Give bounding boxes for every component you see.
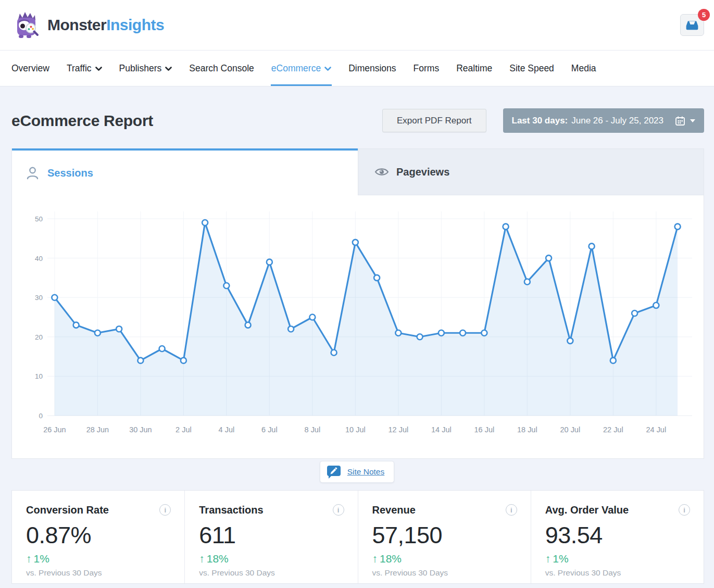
card-title: Avg. Order Value [545,504,629,516]
export-pdf-button[interactable]: Export PDF Report [382,109,486,132]
card-avg-order-value: Avg. Order Valuei 93.54 ↑1% vs. Previous… [531,491,704,583]
arrow-up-icon: ↑ [372,553,378,565]
nav-item-forms[interactable]: Forms [413,51,440,86]
nav-label: Publishers [119,63,162,74]
ecommerce-report-page: MonsterInsights 5 Overview Traffic Publi… [0,0,714,588]
nav-item-site-speed[interactable]: Site Speed [509,51,555,86]
info-icon[interactable]: i [679,504,690,516]
nav-item-search-console[interactable]: Search Console [189,51,255,86]
svg-text:6 Jul: 6 Jul [261,426,278,434]
card-value: 0.87% [26,522,171,549]
svg-text:10 Jul: 10 Jul [345,426,366,434]
svg-text:28 Jun: 28 Jun [86,426,109,434]
nav-label: Site Speed [509,63,554,74]
tab-label: Sessions [47,167,93,179]
tab-label: Pageviews [396,166,449,178]
card-compare-label: vs. Previous 30 Days [26,568,171,578]
card-change-value: 18% [207,553,229,565]
chevron-down-icon [95,67,102,71]
card-change: ↑18% [199,553,344,565]
date-range-picker[interactable]: Last 30 days: June 26 - July 25, 2023 [503,108,704,133]
svg-text:2 Jul: 2 Jul [176,426,192,434]
svg-text:24 Jul: 24 Jul [646,426,667,434]
svg-text:12 Jul: 12 Jul [389,426,409,434]
card-transactions: Transactionsi 611 ↑18% vs. Previous 30 D… [184,491,357,583]
nav-item-overview[interactable]: Overview [11,51,50,86]
chart-area: 0102030405026 Jun28 Jun30 Jun2 Jul4 Jul6… [12,195,704,459]
card-title: Conversion Rate [26,504,109,516]
card-change-value: 18% [380,553,402,565]
arrow-up-icon: ↑ [26,553,32,565]
app-header: MonsterInsights 5 [0,0,714,51]
card-change-value: 1% [553,553,568,565]
svg-text:18 Jul: 18 Jul [517,426,537,434]
site-notes-button[interactable]: Site Notes [320,461,395,483]
svg-text:26 Jun: 26 Jun [43,426,66,434]
nav-label: Traffic [67,63,92,74]
card-compare-label: vs. Previous 30 Days [372,568,517,578]
nav-item-dimensions[interactable]: Dimensions [348,51,396,86]
sessions-line-chart[interactable]: 0102030405026 Jun28 Jun30 Jun2 Jul4 Jul6… [12,195,703,459]
inbox-icon [685,18,699,32]
eye-icon [374,166,389,178]
report-toolbar: eCommerce Report Export PDF Report Last … [11,108,704,133]
card-change: ↑18% [372,553,517,565]
nav-item-media[interactable]: Media [571,51,597,86]
card-title: Revenue [372,504,416,516]
nav-item-publishers[interactable]: Publishers [119,51,173,86]
card-value: 611 [199,522,344,549]
nav-label: Realtime [456,63,492,74]
card-conversion-rate: Conversion Ratei 0.87% ↑1% vs. Previous … [12,491,184,583]
brand-secondary: Insights [106,16,164,33]
card-compare-label: vs. Previous 30 Days [545,568,690,578]
card-title: Transactions [199,504,263,516]
card-change: ↑1% [26,553,171,565]
calendar-icon [675,116,685,126]
info-icon[interactable]: i [333,504,344,516]
nav-label: Media [571,63,596,74]
arrow-up-icon: ↑ [545,553,551,565]
nav-label: Search Console [189,63,254,74]
nav-item-ecommerce[interactable]: eCommerce [271,51,332,86]
card-value: 93.54 [545,522,690,549]
brand-wordmark: MonsterInsights [47,16,164,34]
svg-text:0: 0 [39,412,42,420]
site-notes-label: Site Notes [347,467,385,477]
chart-tabs: Sessions Pageviews [12,148,704,195]
nav-item-realtime[interactable]: Realtime [456,51,493,86]
date-range-label: Last 30 days: [512,116,568,126]
nav-item-traffic[interactable]: Traffic [66,51,103,86]
monster-mascot-icon [13,11,40,39]
page-title: eCommerce Report [11,112,153,130]
chevron-down-icon [165,67,172,71]
report-navigation: Overview Traffic Publishers Search Conso… [0,51,714,86]
svg-text:40: 40 [35,255,43,262]
person-icon [26,166,40,180]
brand-primary: Monster [47,16,106,33]
svg-text:30 Jun: 30 Jun [129,426,152,434]
chevron-down-icon [324,67,331,71]
svg-text:10: 10 [35,372,43,380]
svg-text:30: 30 [35,294,43,302]
notification-count-badge[interactable]: 5 [698,9,710,21]
nav-label: Overview [11,63,49,74]
date-range-value: June 26 - July 25, 2023 [571,116,663,126]
nav-label: Forms [414,63,440,74]
svg-text:50: 50 [35,215,43,223]
arrow-up-icon: ↑ [199,553,205,565]
monsterinsights-logo: MonsterInsights [13,11,164,39]
caret-down-icon [690,119,695,122]
svg-text:4 Jul: 4 Jul [219,426,235,434]
nav-label: eCommerce [271,63,321,74]
card-compare-label: vs. Previous 30 Days [199,568,344,578]
card-change-value: 1% [34,553,49,565]
card-change: ↑1% [545,553,690,565]
info-icon[interactable]: i [506,504,517,516]
info-icon[interactable]: i [159,504,171,516]
nav-label: Dimensions [348,63,396,74]
svg-text:22 Jul: 22 Jul [603,426,623,434]
tab-sessions[interactable]: Sessions [12,148,358,195]
svg-text:16 Jul: 16 Jul [474,426,495,434]
tab-pageviews[interactable]: Pageviews [358,148,704,195]
sessions-chart-card: Sessions Pageviews 0102030405026 Jun28 J… [11,148,704,459]
